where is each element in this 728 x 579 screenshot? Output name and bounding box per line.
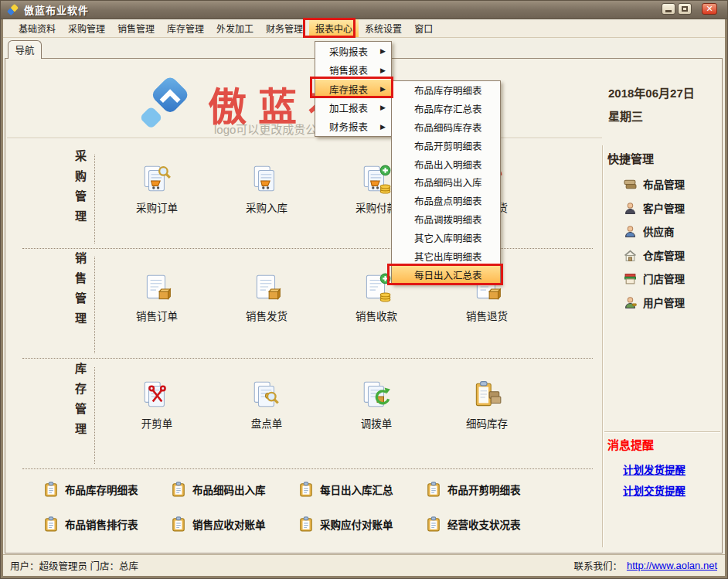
report-icon [426, 516, 441, 532]
message-title: 消息提醒 [607, 436, 654, 452]
menu-item-inventory[interactable]: 库存管理 [161, 19, 210, 37]
submenu-arrow-icon: ▶ [380, 123, 386, 131]
quicklink-receivable-statement[interactable]: 销售应收对账单 [171, 516, 266, 532]
report-icon [426, 482, 441, 497]
sidebar-item-warehouse[interactable]: 仓库管理 [624, 247, 685, 263]
status-bar: 用户：超级管理员 门店：总库 联系我们： http://www.aolan.ne… [3, 554, 725, 576]
quicklink-payable-statement[interactable]: 采购应付对账单 [298, 516, 393, 532]
sidebar-item-fabric[interactable]: 布品管理 [624, 176, 685, 192]
quicklink-finecode-inout[interactable]: 布品细码出入库 [171, 482, 266, 497]
submenu-item-stocktake-detail[interactable]: 布品盘点明细表 [392, 192, 500, 210]
date-text: 2018年06月27日 [608, 82, 723, 105]
quicklink-cut-detail[interactable]: 布品开剪明细表 [426, 482, 521, 497]
launcher-stocktake[interactable]: 盘点单 [220, 380, 313, 431]
sidebar-separator [602, 145, 604, 547]
dropdown-item-processing-reports[interactable]: 加工报表 ▶ [315, 98, 391, 117]
purchase-inbound-icon [250, 164, 283, 196]
fabric-icon [624, 178, 637, 191]
menu-item-reports[interactable]: 报表中心 [309, 19, 359, 37]
submenu-item-stock-detail[interactable]: 布品库存明细表 [392, 81, 500, 100]
submenu-arrow-icon: ▶ [380, 66, 386, 74]
submenu-item-cut-detail[interactable]: 布品开剪明细表 [392, 136, 500, 155]
launcher-purchase-order[interactable]: 采购订单 [111, 164, 203, 215]
supplier-icon [624, 225, 637, 238]
minimize-icon [665, 10, 672, 12]
purchase-order-icon [141, 164, 173, 196]
report-icon [171, 482, 186, 497]
report-icon [43, 516, 59, 532]
submenu-item-stock-summary[interactable]: 布品库存汇总表 [392, 100, 500, 118]
logo-subtitle: logo可以更改成贵公 [214, 121, 317, 137]
launcher-sales-shipment[interactable]: 销售发货 [220, 272, 313, 323]
section-divider [94, 367, 95, 464]
section-divider [94, 155, 95, 244]
app-window: 傲蓝布业软件 ✕ 基础资料 采购管理 销售管理 库存管理 外发加工 财务管理 报… [0, 0, 728, 579]
maximize-button[interactable] [678, 3, 692, 15]
section-purchase: 采购管理 采购订单 采购入库 采购付款 采购退货 [5, 150, 602, 248]
sidebar-item-store[interactable]: 门店管理 [624, 271, 685, 286]
planned-delivery-reminder-link[interactable]: 计划交货提醒 [623, 482, 685, 498]
window-title: 傲蓝布业软件 [24, 2, 89, 17]
menu-item-outsourcing[interactable]: 外发加工 [210, 19, 260, 37]
submenu-arrow-icon: ▶ [380, 47, 386, 55]
close-button[interactable]: ✕ [702, 3, 717, 15]
dropdown-item-purchase-reports[interactable]: 采购报表 ▶ [315, 42, 391, 60]
menu-item-sales[interactable]: 销售管理 [111, 19, 161, 37]
inventory-reports-submenu: 布品库存明细表 布品库存汇总表 布品细码库存表 布品开剪明细表 布品出入明细表 … [391, 80, 501, 284]
user-store-status: 用户：超级管理员 门店：总库 [10, 558, 138, 573]
store-icon [624, 272, 637, 285]
title-bar: 傲蓝布业软件 [1, 1, 727, 19]
section-sales-title: 销售管理 [72, 252, 88, 358]
quicklink-income-expense[interactable]: 经营收支状况表 [426, 516, 521, 532]
submenu-item-daily-inout-summary[interactable]: 每日出入汇总表 [392, 265, 500, 284]
launcher-cut-sheet[interactable]: 开剪单 [111, 380, 203, 431]
warehouse-icon [624, 249, 637, 262]
launcher-sales-order[interactable]: 销售订单 [111, 272, 203, 323]
menu-item-window[interactable]: 窗口 [408, 19, 439, 37]
date-display: 2018年06月27日 星期三 [608, 82, 723, 128]
planned-shipment-reminder-link[interactable]: 计划发货提醒 [623, 461, 685, 477]
reports-dropdown-menu: 采购报表 ▶ 销售报表 ▶ 库存报表 ▶ 加工报表 ▶ 财务报表 ▶ [315, 41, 392, 137]
submenu-item-other-inbound[interactable]: 其它入库明细表 [392, 229, 500, 247]
finecode-stock-icon [471, 380, 503, 412]
section-sales: 销售管理 销售订单 销售发货 销售收款 销售退货 [5, 252, 602, 358]
customer-icon [624, 202, 637, 215]
submenu-item-transfer-detail[interactable]: 布品调拨明细表 [392, 210, 500, 229]
quicklink-sales-ranking[interactable]: 布品销售排行表 [43, 516, 138, 532]
company-logo-icon [135, 71, 199, 135]
menu-item-purchase[interactable]: 采购管理 [62, 19, 111, 37]
website-link[interactable]: http://www.aolan.net [627, 560, 717, 571]
report-icon [171, 516, 186, 532]
submenu-item-other-outbound[interactable]: 其它出库明细表 [392, 247, 500, 265]
launcher-transfer[interactable]: 调拨单 [330, 380, 423, 431]
launcher-finecode-stock[interactable]: 细码库存 [441, 380, 533, 431]
submenu-item-finecode-inout[interactable]: 布品细码出入库 [392, 173, 500, 192]
submenu-arrow-icon: ▶ [380, 104, 386, 111]
stocktake-icon [250, 380, 283, 412]
menu-item-finance[interactable]: 财务管理 [260, 19, 309, 37]
quick-manage-title: 快捷管理 [607, 150, 654, 166]
dropdown-item-sales-reports[interactable]: 销售报表 ▶ [315, 60, 391, 79]
dropdown-item-inventory-reports[interactable]: 库存报表 ▶ [315, 80, 391, 98]
menu-item-settings[interactable]: 系统设置 [359, 19, 408, 37]
launcher-purchase-inbound[interactable]: 采购入库 [220, 164, 313, 215]
app-logo-icon [6, 3, 19, 16]
dropdown-item-finance-reports[interactable]: 财务报表 ▶ [315, 118, 391, 136]
sales-receipt-icon [360, 272, 393, 305]
transfer-icon [360, 380, 393, 412]
section-separator [22, 358, 593, 359]
quicklink-daily-inout[interactable]: 每日出入库汇总 [298, 482, 393, 497]
sidebar-item-supplier[interactable]: 供应商 [624, 223, 675, 239]
minimize-button[interactable] [662, 3, 675, 15]
sidebar-item-user[interactable]: 用户管理 [624, 295, 685, 310]
close-icon: ✕ [706, 4, 713, 14]
message-separator [604, 431, 720, 433]
submenu-item-finecode-stock[interactable]: 布品细码库存表 [392, 118, 500, 137]
section-separator [22, 468, 593, 469]
sidebar-item-customer[interactable]: 客户管理 [624, 200, 685, 216]
quicklink-stock-detail[interactable]: 布品库存明细表 [43, 482, 138, 497]
tab-navigation[interactable]: 导航 [8, 40, 42, 59]
submenu-item-inout-detail[interactable]: 布品出入明细表 [392, 155, 500, 173]
report-icon [43, 482, 59, 497]
menu-item-basic-data[interactable]: 基础资料 [12, 19, 62, 37]
